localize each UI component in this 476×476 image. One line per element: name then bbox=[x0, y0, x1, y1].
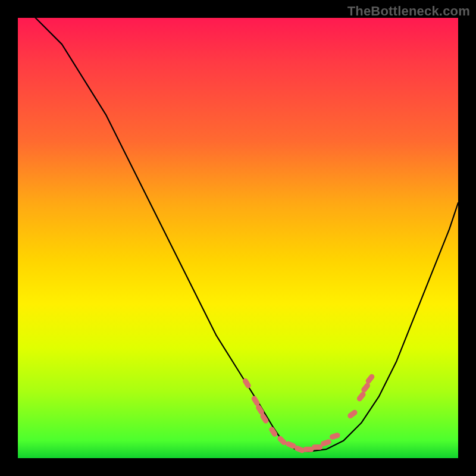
watermark-text: TheBottleneck.com bbox=[347, 4, 470, 19]
chart-background-gradient bbox=[18, 18, 458, 458]
